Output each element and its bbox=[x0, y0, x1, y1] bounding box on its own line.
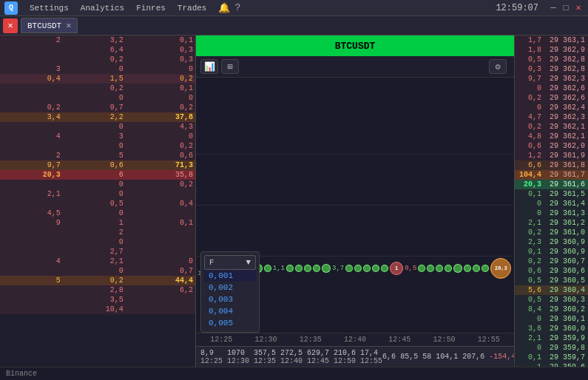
right-table-row: 0,129 361,5 bbox=[515, 189, 588, 199]
dropdown-option-3[interactable]: 0,003 bbox=[204, 294, 256, 305]
right-price-table: 1,729 363,11,829 362,90,529 362,80,329 3… bbox=[515, 35, 588, 367]
cell: 2,1 bbox=[0, 189, 63, 199]
close-button[interactable]: ✕ bbox=[573, 3, 584, 13]
right-cell-price: 29 359,8 bbox=[544, 343, 588, 353]
cell: 0 bbox=[63, 180, 126, 189]
cell: 0,2 bbox=[126, 103, 195, 112]
tab-bar: ✕ BTCUSDT ✕ bbox=[0, 16, 588, 35]
table-row: 3,5 bbox=[0, 295, 195, 305]
cell: 0,2 bbox=[126, 74, 195, 84]
cell: 2,1 bbox=[63, 257, 126, 266]
stat-time-1: 12:30 bbox=[227, 357, 249, 365]
table-row: 910,1 bbox=[0, 218, 195, 228]
cell: 0 bbox=[126, 64, 195, 74]
cell bbox=[126, 295, 195, 305]
right-cell-vol: 0 bbox=[515, 199, 544, 208]
cell: 44,4 bbox=[126, 276, 195, 285]
right-table-row: 0,129 359,7 bbox=[515, 353, 588, 362]
right-table-row: 029 362,6 bbox=[515, 84, 588, 93]
right-table-row: 029 360,1 bbox=[515, 314, 588, 324]
cell: 35,8 bbox=[126, 170, 195, 180]
right-table-row: 9,729 362,3 bbox=[515, 74, 588, 84]
cell: 6,4 bbox=[63, 45, 126, 55]
cell: 3,2 bbox=[63, 35, 126, 45]
bottom-bar: 8,9 12:25 1070 12:30 357,5 12:35 272,5 1… bbox=[196, 346, 514, 367]
stat-5: 210,6 12:50 bbox=[334, 349, 356, 365]
table-row: 04,3 bbox=[0, 122, 195, 132]
right-cell-vol: 0,1 bbox=[515, 189, 544, 199]
stat-2: 357,5 12:35 bbox=[254, 349, 276, 365]
chart-settings-button[interactable]: ⚙ bbox=[489, 59, 507, 74]
dropdown-selected: F bbox=[209, 258, 214, 267]
cell bbox=[0, 84, 63, 93]
right-cell-price: 29 362,6 bbox=[544, 93, 588, 103]
right-cell-price: 29 360,6 bbox=[544, 266, 588, 276]
dropdown-option-2[interactable]: 0,002 bbox=[204, 282, 256, 294]
bubble-15 bbox=[427, 265, 434, 272]
tab-close-x[interactable]: ✕ bbox=[3, 18, 18, 33]
bubble-19 bbox=[464, 265, 471, 272]
table-row: 6,40,3 bbox=[0, 45, 195, 55]
tab-close-button[interactable]: ✕ bbox=[66, 20, 71, 31]
table-row: 00,2 bbox=[0, 180, 195, 189]
right-cell-price: 29 359,9 bbox=[544, 333, 588, 343]
bubble-9 bbox=[345, 265, 353, 272]
right-table-row: 1,229 361,9 bbox=[515, 151, 588, 160]
right-cell-price: 29 362,1 bbox=[544, 132, 588, 141]
bubble-red-1: 1 bbox=[390, 262, 403, 275]
chart-table-button[interactable]: ⊞ bbox=[221, 59, 239, 74]
right-cell-price: 29 360,3 bbox=[544, 295, 588, 305]
cell: 0,1 bbox=[126, 218, 195, 228]
menu-trades[interactable]: Trades bbox=[172, 2, 213, 14]
stat2-4: 207,6 bbox=[462, 353, 484, 361]
right-cell-vol: 0,2 bbox=[515, 228, 544, 237]
help-icon[interactable]: ? bbox=[234, 2, 240, 13]
time-label-2: 12:35 bbox=[288, 336, 333, 344]
stat-4: 629,7 12:45 bbox=[307, 349, 329, 365]
right-table-row: 3,629 360,0 bbox=[515, 324, 588, 333]
tab-btcusdt[interactable]: BTCUSDT ✕ bbox=[21, 18, 78, 33]
table-row: 20,3635,8 bbox=[0, 170, 195, 180]
dropdown-option-1[interactable]: 0,001 bbox=[204, 270, 256, 282]
bubble-4 bbox=[286, 265, 294, 272]
right-table-row: 0,529 362,8 bbox=[515, 55, 588, 64]
bell-icon[interactable]: 🔔 bbox=[218, 2, 230, 14]
right-cell-price: 29 362,9 bbox=[544, 45, 588, 55]
table-row: 10,4 bbox=[0, 305, 195, 314]
dropdown-option-5[interactable]: 0,005 bbox=[204, 317, 256, 329]
bubble-11 bbox=[363, 265, 371, 272]
cell bbox=[0, 285, 63, 295]
cell: 3,5 bbox=[63, 295, 126, 305]
right-cell-price: 29 363,1 bbox=[544, 35, 588, 45]
right-cell-price: 29 361,5 bbox=[544, 189, 588, 199]
right-cell-vol: 0 bbox=[515, 84, 544, 93]
cell: 0 bbox=[63, 189, 126, 199]
maximize-button[interactable]: □ bbox=[561, 3, 571, 13]
content-area: 23,20,16,40,30,20,33000,41,50,20,20,1000… bbox=[0, 35, 588, 367]
right-cell-vol: 1,7 bbox=[515, 35, 544, 45]
right-cell-vol: 4,8 bbox=[515, 132, 544, 141]
cell: 0 bbox=[63, 208, 126, 218]
table-row: 0,20,70,2 bbox=[0, 103, 195, 112]
chart-type-button[interactable]: 📊 bbox=[200, 59, 218, 74]
right-cell-price: 29 360,7 bbox=[544, 257, 588, 266]
right-cell-price: 29 361,4 bbox=[544, 199, 588, 208]
app-logo: Q bbox=[4, 1, 18, 15]
stat-time-4: 12:45 bbox=[307, 357, 329, 365]
right-table-row: 029 359,8 bbox=[515, 343, 588, 353]
right-cell-price: 29 361,8 bbox=[544, 160, 588, 170]
bubble-21 bbox=[481, 265, 489, 272]
right-cell-vol: 0,2 bbox=[515, 122, 544, 132]
right-cell-price: 29 362,3 bbox=[544, 112, 588, 122]
table-row: 250,6 bbox=[0, 151, 195, 160]
bubble-3 bbox=[264, 265, 271, 272]
dropdown-option-4[interactable]: 0,004 bbox=[204, 305, 256, 317]
main-area: ✕ BTCUSDT ✕ 23,20,16,40,30,20,33000,41,5… bbox=[0, 16, 588, 380]
menu-settings[interactable]: Settings bbox=[24, 2, 75, 14]
minimize-button[interactable]: ─ bbox=[548, 3, 558, 13]
bubble-7 bbox=[313, 265, 320, 272]
dropdown-toggle[interactable]: F ▼ bbox=[204, 255, 256, 270]
cell: 0,6 bbox=[63, 160, 126, 170]
menu-analytics[interactable]: Analytics bbox=[75, 2, 130, 14]
menu-finres[interactable]: Finres bbox=[130, 2, 172, 14]
